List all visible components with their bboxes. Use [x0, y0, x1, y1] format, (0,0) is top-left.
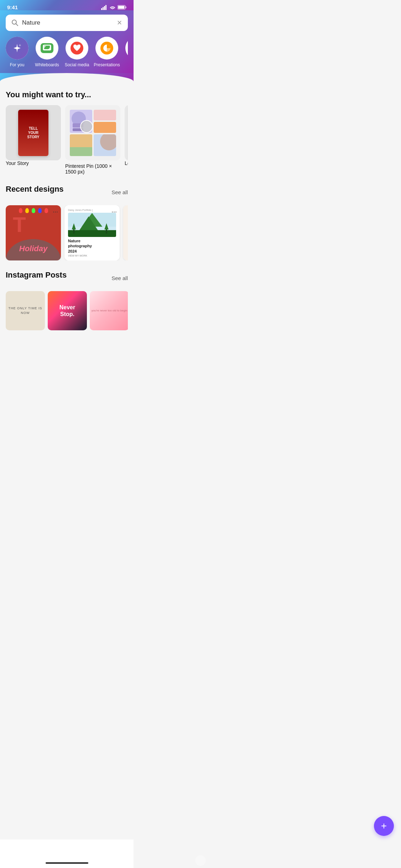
light-green: [32, 208, 35, 213]
signal-icon: [101, 5, 108, 10]
nature-title: Naturephotography2024: [68, 238, 116, 254]
category-label-whiteboards: Whiteboards: [35, 62, 59, 67]
category-presentations[interactable]: Presentations: [95, 37, 118, 67]
try-card-label-logo: Logo: [125, 160, 128, 166]
category-for-you[interactable]: For you: [6, 37, 28, 67]
pink-card-content: you're never too old to begin: [90, 291, 128, 330]
search-icon: [11, 19, 19, 26]
status-bar: 9:41: [0, 0, 134, 10]
category-icon-whiteboards: [36, 37, 58, 60]
recent-designs-section: Recent designs See all ···: [6, 185, 128, 260]
category-label-presentations: Presentations: [94, 62, 120, 67]
nature-mountains: [68, 213, 116, 237]
try-card-label-pinterest: Pinterest Pin (1000 × 1500 px): [65, 163, 120, 175]
try-card-pinterest[interactable]: Pinterest Pin (1000 × 1500 px): [65, 105, 120, 175]
pinterest-card-image: [65, 105, 120, 160]
is-now-text: THE ONLY TIME IS NOW: [6, 306, 45, 316]
header: Nature ✕ For you: [0, 10, 134, 73]
category-label-social: Social media: [65, 62, 89, 67]
never-stop-card-content: Never Stop.: [48, 291, 87, 330]
try-section-title: You might want to try...: [6, 90, 128, 99]
story-card-image: TELLYOURSTORY: [6, 105, 61, 160]
design-card-menu-nature[interactable]: ···: [111, 208, 117, 216]
try-section: You might want to try... TELLYOURSTORY Y…: [6, 90, 128, 175]
search-bar: Nature ✕: [6, 15, 128, 31]
instagram-section: Instagram Posts See all THE ONLY TIME IS…: [6, 270, 128, 330]
recent-designs-title: Recent designs: [6, 185, 64, 194]
try-cards-list: TELLYOURSTORY Your Story: [6, 105, 128, 175]
wifi-icon: [110, 5, 115, 10]
is-now-card-content: THE ONLY TIME IS NOW: [6, 291, 45, 330]
heart-icon: [72, 43, 82, 53]
category-label-for-you: For you: [10, 62, 25, 67]
svg-rect-6: [126, 6, 126, 8]
mountains-svg: [68, 213, 116, 237]
recent-designs-header: Recent designs See all: [6, 185, 128, 200]
category-whiteboards[interactable]: Whiteboards: [36, 37, 58, 67]
try-card-your-story[interactable]: TELLYOURSTORY Your Story: [6, 105, 61, 175]
design-card-bethany[interactable]: BIO PORTFOLIO Bethany Jones I'm a dedica…: [123, 205, 128, 260]
design-card-menu-holiday[interactable]: ···: [53, 208, 58, 216]
status-icons: [101, 5, 126, 10]
instagram-cards-list: THE ONLY TIME IS NOW Never Stop. you're …: [6, 291, 128, 330]
pink-card-text: you're never too old to begin: [92, 309, 127, 313]
main-content: You might want to try... TELLYOURSTORY Y…: [0, 82, 134, 365]
instagram-section-header: Instagram Posts See all: [6, 270, 128, 285]
svg-rect-1: [103, 7, 104, 10]
svg-rect-2: [104, 6, 105, 10]
pie-chart-icon: [102, 43, 112, 53]
whiteboard-icon: [43, 45, 51, 52]
battery-icon: [118, 5, 126, 10]
svg-rect-17: [68, 230, 116, 237]
wave-separator: [0, 73, 134, 82]
try-card-label-story: Your Story: [6, 160, 61, 166]
light-red2: [45, 208, 48, 213]
sparkle-icon: [11, 42, 23, 54]
search-input[interactable]: Nature: [22, 19, 113, 26]
categories-row: For you Whiteboards: [6, 37, 128, 73]
design-card-holiday[interactable]: ··· Holiday T: [6, 205, 61, 260]
svg-rect-5: [118, 6, 125, 9]
bethany-card-content: BIO PORTFOLIO Bethany Jones I'm a dedica…: [123, 205, 128, 260]
logo-card-image: YOURBRAND: [125, 105, 128, 160]
light-blue: [38, 208, 42, 213]
insta-card-never-stop[interactable]: Never Stop.: [48, 291, 87, 330]
recent-design-cards: ··· Holiday T: [6, 205, 128, 260]
nature-card-header: Daisy Jones Portfolio |: [68, 209, 116, 211]
instagram-section-title: Instagram Posts: [6, 270, 67, 280]
category-social-media[interactable]: Social media: [66, 37, 88, 67]
svg-rect-3: [105, 5, 106, 10]
svg-rect-0: [101, 8, 102, 10]
status-time: 9:41: [7, 4, 18, 10]
category-icon-video: [125, 37, 128, 60]
category-icon-social: [66, 37, 88, 60]
insta-card-pink[interactable]: you're never too old to begin: [90, 291, 128, 330]
never-stop-text: Never Stop.: [59, 304, 75, 317]
category-icon-presentations: [95, 37, 118, 60]
category-video[interactable]: Video: [125, 37, 128, 67]
instagram-see-all-button[interactable]: See all: [111, 275, 128, 281]
clear-search-button[interactable]: ✕: [117, 19, 122, 27]
design-card-nature[interactable]: ··· Daisy Jones Portfolio |: [64, 205, 120, 260]
insta-card-is-now[interactable]: THE ONLY TIME IS NOW: [6, 291, 45, 330]
recent-see-all-button[interactable]: See all: [111, 189, 128, 195]
try-card-logo[interactable]: YOURBRAND Logo: [125, 105, 128, 175]
holiday-text: Holiday: [19, 244, 47, 253]
svg-line-8: [16, 24, 18, 26]
nature-subtitle: VIEW MY WORK: [68, 254, 116, 257]
category-icon-for-you: [6, 37, 28, 60]
svg-point-7: [12, 20, 16, 24]
